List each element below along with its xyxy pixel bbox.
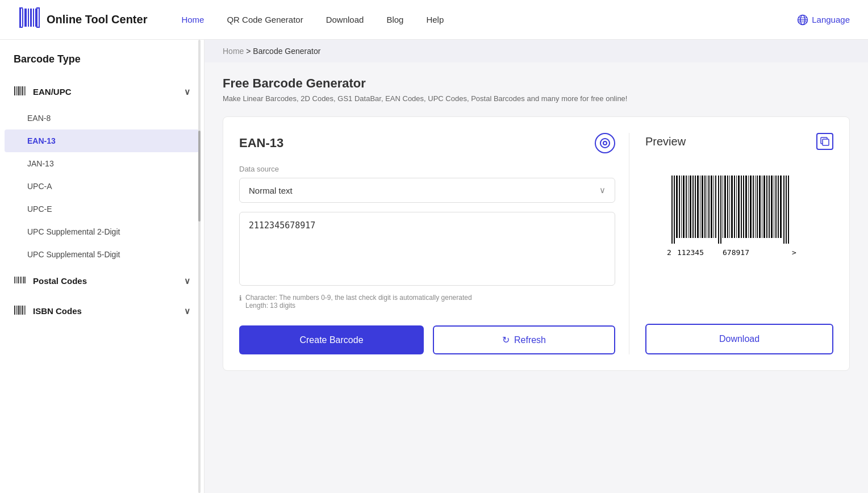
nav-qr-code[interactable]: QR Code Generator (227, 15, 303, 24)
svg-rect-5 (33, 9, 34, 27)
svg-rect-60 (720, 176, 721, 244)
svg-rect-76 (757, 176, 758, 238)
svg-rect-25 (18, 277, 19, 283)
info-icon: ℹ (239, 294, 242, 302)
svg-rect-8 (19, 7, 23, 9)
download-button[interactable]: Download (645, 324, 833, 354)
nav-blog[interactable]: Blog (386, 15, 403, 24)
nav-download[interactable]: Download (326, 15, 364, 24)
barcode-header: EAN-13 (239, 133, 615, 153)
main-content: Free Barcode Generator Make Linear Barco… (205, 62, 868, 385)
dropdown-chevron: ∨ (599, 185, 606, 195)
svg-rect-50 (697, 176, 699, 238)
svg-point-37 (603, 141, 607, 145)
svg-rect-24 (16, 277, 16, 283)
nav-help[interactable]: Help (426, 15, 444, 24)
page-header: Free Barcode Generator Make Linear Barco… (223, 76, 850, 103)
copy-icon[interactable] (816, 133, 833, 150)
svg-rect-7 (39, 9, 40, 27)
data-source-dropdown[interactable]: Normal text ∨ (239, 178, 615, 203)
svg-rect-49 (695, 176, 696, 238)
svg-rect-35 (24, 306, 26, 315)
sidebar-item-upca[interactable]: UPC-A (0, 175, 204, 198)
svg-rect-48 (692, 176, 694, 238)
svg-rect-11 (36, 27, 40, 28)
svg-rect-42 (679, 176, 680, 238)
svg-rect-57 (713, 176, 714, 238)
isbn-icon (14, 304, 26, 318)
sidebar-item-ean8[interactable]: EAN-8 (0, 107, 204, 129)
hint-line1: Character: The numbers 0-9, the last che… (245, 294, 472, 302)
svg-rect-78 (762, 176, 762, 238)
preview-header: Preview (645, 133, 833, 150)
header: Online Tool Center Home QR Code Generato… (0, 0, 868, 40)
svg-rect-21 (22, 86, 23, 95)
svg-rect-67 (736, 176, 737, 238)
main-content-area: Home > Barcode Generator Free Barcode Ge… (205, 40, 868, 493)
sidebar-item-jan13[interactable]: JAN-13 (0, 152, 204, 175)
svg-rect-87 (783, 176, 784, 244)
svg-rect-75 (755, 176, 756, 238)
svg-rect-38 (823, 139, 829, 145)
data-source-value: Normal text (249, 186, 293, 195)
refresh-button[interactable]: ↻ Refresh (433, 325, 615, 354)
svg-rect-74 (753, 176, 754, 238)
svg-rect-20 (20, 86, 22, 95)
svg-rect-58 (715, 176, 716, 238)
breadcrumb-home[interactable]: Home (223, 47, 244, 56)
svg-rect-41 (676, 176, 678, 238)
nav-home[interactable]: Home (181, 15, 204, 24)
svg-rect-34 (22, 306, 23, 315)
svg-rect-82 (771, 176, 773, 238)
sidebar-category-isbn[interactable]: ISBN Codes ∨ (0, 296, 204, 326)
sidebar-item-upc-supp2[interactable]: UPC Supplemental 2-Digit (0, 220, 204, 243)
svg-rect-66 (734, 176, 735, 238)
action-buttons: Create Barcode ↻ Refresh (239, 325, 615, 354)
barcode-value-input[interactable]: 2112345678917 (239, 212, 615, 286)
svg-rect-72 (748, 176, 749, 238)
breadcrumb-current: Barcode Generator (253, 47, 320, 56)
svg-rect-29 (25, 277, 26, 283)
scrollbar-thumb[interactable] (198, 131, 201, 222)
create-barcode-button[interactable]: Create Barcode (239, 325, 424, 354)
svg-rect-23 (14, 277, 15, 283)
svg-rect-22 (24, 86, 26, 95)
svg-rect-46 (688, 176, 688, 238)
breadcrumb: Home > Barcode Generator (205, 40, 868, 62)
preview-title: Preview (645, 135, 686, 148)
svg-rect-65 (731, 176, 733, 238)
svg-rect-81 (769, 176, 770, 238)
page-title: Free Barcode Generator (223, 76, 850, 91)
svg-rect-73 (750, 176, 752, 238)
svg-text:>: > (792, 248, 796, 257)
scrollbar-track[interactable] (198, 40, 201, 493)
svg-rect-32 (18, 306, 20, 315)
svg-rect-89 (788, 176, 789, 244)
breadcrumb-separator: > (246, 47, 253, 56)
sidebar-item-upc-supp5[interactable]: UPC Supplemental 5-Digit (0, 243, 204, 266)
chevron-down-icon-2: ∨ (184, 276, 190, 286)
sidebar-category-ean-upc-label: EAN/UPC (33, 87, 72, 97)
sidebar-item-upce[interactable]: UPC-E (0, 198, 204, 220)
svg-rect-70 (743, 176, 744, 238)
svg-rect-63 (727, 176, 728, 238)
svg-rect-27 (22, 277, 22, 283)
settings-icon[interactable] (595, 133, 615, 153)
svg-rect-2 (24, 9, 27, 27)
svg-rect-1 (22, 9, 23, 27)
sidebar-title: Barcode Type (0, 53, 204, 77)
sidebar-category-postal[interactable]: Postal Codes ∨ (0, 266, 204, 296)
sidebar-item-ean13[interactable]: EAN-13 (5, 129, 199, 152)
svg-rect-79 (763, 176, 765, 238)
globe-icon (797, 14, 808, 26)
svg-rect-61 (723, 176, 723, 238)
language-button[interactable]: Language (797, 14, 850, 26)
barcode-type-name: EAN-13 (239, 136, 283, 151)
svg-rect-6 (35, 9, 37, 27)
hint-text: ℹ Character: The numbers 0-9, the last c… (239, 294, 615, 310)
svg-rect-31 (16, 306, 18, 315)
preview-panel: Preview (629, 133, 833, 354)
refresh-label: Refresh (514, 335, 546, 345)
sidebar-category-ean-upc[interactable]: EAN/UPC ∨ (0, 77, 204, 107)
svg-rect-84 (775, 176, 777, 238)
